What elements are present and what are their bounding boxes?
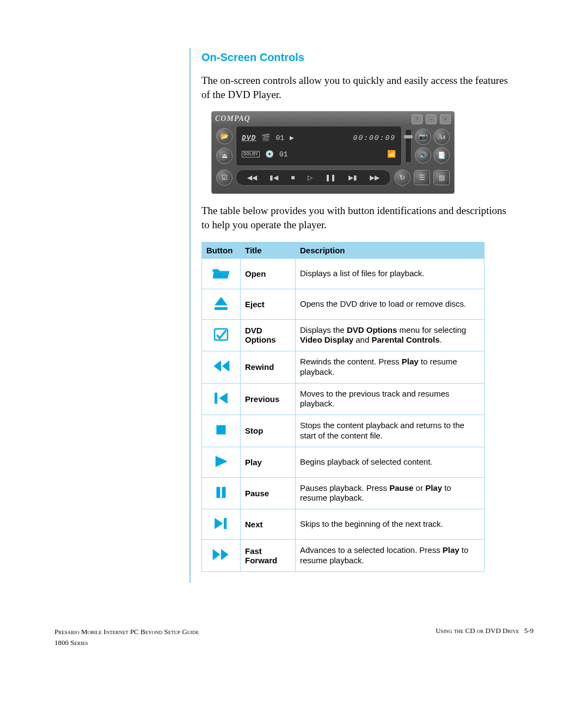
angle-icon: 📷 — [415, 129, 431, 145]
button-description: Advances to a selected location. Press P… — [296, 540, 485, 572]
footer-product: Presario — [54, 628, 79, 636]
main-content: On-Screen Controls The on-screen control… — [189, 48, 514, 583]
menu-icon: ▤ — [433, 170, 450, 185]
close-icon: × — [440, 114, 451, 124]
intro-paragraph: The on-screen controls allow you to quic… — [201, 74, 514, 101]
button-description: Skips to the beginning of the next track… — [296, 509, 485, 540]
player-brand: COMPAQ — [215, 114, 250, 123]
minimize-icon: – — [426, 114, 437, 124]
button-description: Stops the content playback and returns t… — [296, 415, 485, 447]
button-title: Previous — [241, 383, 296, 415]
dolby-label: DOLBY — [242, 151, 260, 157]
next-icon: ▶▮ — [348, 174, 357, 182]
button-reference-table: Button Title Description OpenDisplays a … — [201, 242, 485, 572]
play-icon — [202, 447, 241, 477]
page-number: 5-9 — [524, 626, 534, 635]
button-description: Rewinds the content. Press Play to resum… — [296, 351, 485, 384]
button-description: Moves to the previous track and resumes … — [296, 383, 485, 415]
open-icon: 📂 — [216, 128, 232, 144]
bookmark-icon: 📑 — [433, 147, 450, 163]
button-description: Opens the DVD drive to load or remove di… — [296, 289, 485, 319]
transport-controls: ◀◀ ▮◀ ■ ▷ ❚❚ ▶▮ ▶▶ — [236, 169, 391, 186]
button-title: Stop — [241, 415, 296, 447]
button-title: Next — [241, 509, 296, 540]
previous-icon — [202, 383, 241, 415]
chapter-number: 01 — [275, 134, 284, 142]
table-row: PausePauses playback. Press Pause or Pla… — [202, 477, 485, 509]
volume-slider — [405, 129, 412, 163]
window-buttons: ? – × — [411, 113, 451, 124]
previous-icon: ▮◀ — [270, 174, 278, 182]
eject-icon — [202, 289, 241, 319]
footer-series: 1800 Series — [54, 638, 88, 647]
help-icon: ? — [412, 114, 422, 124]
table-row: StopStops the content playback and retur… — [202, 415, 485, 447]
button-title: Play — [241, 447, 296, 477]
footer-chapter: Using the CD or DVD Drive — [436, 626, 519, 635]
button-title: Pause — [241, 477, 296, 509]
media-label: DVD — [242, 134, 256, 142]
button-description: Displays the DVD Options menu for select… — [296, 319, 485, 351]
title-number: 01 — [279, 150, 288, 159]
button-title: DVD Options — [241, 319, 296, 351]
button-title: Fast Forward — [241, 540, 296, 572]
fastforward-icon: ▶▶ — [370, 174, 379, 182]
options-icon — [202, 319, 241, 351]
time-display: 00:00:09 — [353, 134, 396, 142]
button-description: Displays a list of files for playback. — [296, 258, 485, 289]
button-description: Begins playback of selected content. — [296, 447, 485, 477]
footer-guide-title: Mobile Internet PC Beyond Setup Guide — [79, 628, 199, 636]
table-row: OpenDisplays a list of files for playbac… — [202, 258, 485, 289]
rewind-icon: ◀◀ — [247, 174, 257, 182]
fastforward-icon — [202, 540, 241, 572]
table-row: PlayBegins playback of selected content. — [202, 447, 485, 477]
play-icon: ▷ — [308, 174, 313, 182]
table-intro-paragraph: The table below provides you with button… — [201, 204, 514, 232]
svg-rect-5 — [222, 487, 226, 498]
eject-icon: ⏏ — [216, 148, 232, 164]
page-footer: Presario Mobile Internet PC Beyond Setup… — [54, 626, 534, 648]
table-row: EjectOpens the DVD drive to load or remo… — [202, 289, 485, 319]
button-title: Eject — [241, 289, 296, 319]
table-row: RewindRewinds the content. Press Play to… — [202, 351, 485, 384]
stop-icon: ■ — [291, 174, 295, 182]
table-row: PreviousMoves to the previous track and … — [202, 383, 485, 415]
button-title: Open — [241, 258, 296, 289]
player-titlebar: COMPAQ ? – × — [212, 112, 454, 126]
open-icon — [202, 258, 241, 289]
table-row: Fast ForwardAdvances to a selected locat… — [202, 540, 485, 572]
repeat-icon: ↻ — [394, 169, 411, 186]
col-title: Title — [241, 242, 296, 258]
rewind-icon — [202, 351, 241, 384]
svg-rect-2 — [215, 393, 217, 404]
pause-icon — [202, 477, 241, 509]
dvd-player-illustration: COMPAQ ? – × 📂 ⏏ DVD 🎬 01 ▶ 00:00:09 — [211, 111, 455, 194]
pause-icon: ❚❚ — [325, 174, 336, 182]
button-title: Rewind — [241, 351, 296, 384]
options-icon: ☑ — [216, 169, 232, 186]
chapter-list-icon: ☰ — [414, 170, 430, 185]
section-heading: On-Screen Controls — [201, 51, 514, 64]
svg-rect-0 — [215, 307, 228, 309]
stop-icon — [202, 415, 241, 447]
table-row: DVD OptionsDisplays the DVD Options menu… — [202, 319, 485, 351]
col-button: Button — [202, 242, 241, 258]
table-row: NextSkips to the beginning of the next t… — [202, 509, 485, 540]
svg-rect-4 — [217, 487, 220, 498]
player-display: DVD 🎬 01 ▶ 00:00:09 DOLBY 💿 01 📶 — [236, 126, 402, 166]
next-icon — [202, 509, 241, 540]
footer-left: Presario Mobile Internet PC Beyond Setup… — [54, 626, 199, 648]
svg-rect-3 — [217, 425, 226, 435]
footer-right: Using the CD or DVD Drive 5-9 — [436, 626, 534, 648]
audio-icon: 🔊 — [415, 147, 431, 163]
svg-rect-6 — [224, 518, 226, 529]
button-description: Pauses playback. Press Pause or Play to … — [296, 477, 485, 509]
subtitle-icon: Aa — [433, 129, 450, 145]
col-description: Description — [296, 242, 485, 258]
